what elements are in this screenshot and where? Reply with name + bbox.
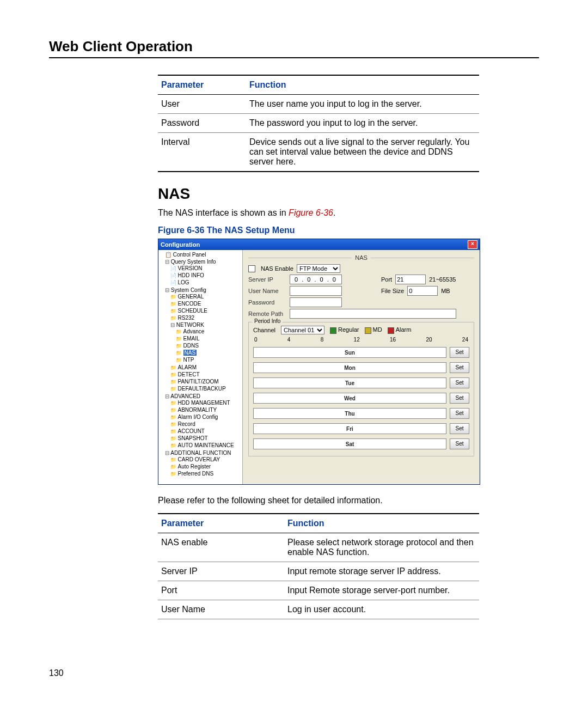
set-button-mon[interactable]: Set <box>450 362 469 373</box>
chapter-title: Web Client Operation <box>49 38 539 58</box>
tree-default-backup[interactable]: DEFAULT/BACKUP <box>170 385 241 392</box>
tree-advance[interactable]: Advance <box>176 328 241 335</box>
timebar-tue[interactable]: Tue <box>253 377 446 388</box>
tree-preferred-dns[interactable]: Preferred DNS <box>170 470 241 477</box>
timebar-sun[interactable]: Sun <box>253 347 446 358</box>
tree-schedule[interactable]: SCHEDULE <box>170 307 241 314</box>
tree-alarm[interactable]: ALARM <box>170 364 241 371</box>
figure-caption: Figure 6-36 The NAS Setup Menu <box>158 226 539 235</box>
form-panel: NAS NAS Enable FTP Mode Server IP Port 2… <box>243 250 480 484</box>
set-button-fri[interactable]: Set <box>450 423 469 434</box>
timebar-sat[interactable]: Sat <box>253 438 446 449</box>
intro-text: The NAS interface is shown as in Figure … <box>158 208 539 218</box>
regular-checkbox[interactable] <box>330 327 336 334</box>
set-button-wed[interactable]: Set <box>450 393 469 404</box>
time-ticks: 04812162024 <box>254 337 468 343</box>
col-function: Function <box>284 514 479 533</box>
table-row: User NameLog in user account. <box>158 600 479 619</box>
day-row-mon: MonSet <box>253 362 469 373</box>
tree-rs232[interactable]: RS232 <box>170 314 241 321</box>
tree-abnormality[interactable]: ABNORMALITY <box>170 406 241 413</box>
mode-select[interactable]: FTP Mode <box>297 264 340 273</box>
tree-system-config[interactable]: System Config GENERAL ENCODE SCHEDULE RS… <box>165 287 241 393</box>
user-name-input[interactable] <box>290 286 342 296</box>
parameter-table-1: Parameter Function User The user name yo… <box>158 75 479 172</box>
set-button-thu[interactable]: Set <box>450 408 469 419</box>
tree-hdd-mgmt[interactable]: HDD MANAGEMENT <box>170 399 241 406</box>
timebar-mon[interactable]: Mon <box>253 362 446 373</box>
remote-path-input[interactable] <box>290 309 456 319</box>
close-icon[interactable]: × <box>468 240 477 249</box>
tree-ddns[interactable]: DDNS <box>176 342 241 349</box>
server-ip-label: Server IP <box>248 276 286 283</box>
day-row-sat: SatSet <box>253 438 469 449</box>
tree-auto-maint[interactable]: AUTO MAINTENANCE <box>170 442 241 449</box>
tree-additional-function[interactable]: ADDTIONAL FUNCTION CARD OVERLAY Auto Reg… <box>165 449 241 478</box>
channel-select[interactable]: Channel 01 <box>281 326 324 334</box>
user-name-label: User Name <box>248 288 286 294</box>
period-legend: Period Info <box>252 318 283 324</box>
tree-network[interactable]: NETWORK Advance EMAIL DDNS NAS NTP <box>170 321 241 364</box>
tree-log[interactable]: LOG <box>170 279 241 286</box>
page-number: 130 <box>49 668 539 678</box>
timebar-fri[interactable]: Fri <box>253 423 446 434</box>
day-row-thu: ThuSet <box>253 408 469 419</box>
tree-record[interactable]: Record <box>170 421 241 428</box>
tree-auto-register[interactable]: Auto Register <box>170 463 241 470</box>
tree-advanced[interactable]: ADVANCED HDD MANAGEMENT ABNORMALITY Alar… <box>165 393 241 449</box>
channel-label: Channel <box>253 327 275 333</box>
day-row-sun: SunSet <box>253 347 469 358</box>
tree-encode[interactable]: ENCODE <box>170 300 241 307</box>
tree-ntp[interactable]: NTP <box>176 356 241 363</box>
set-button-sat[interactable]: Set <box>450 438 469 449</box>
md-checkbox[interactable] <box>365 327 371 334</box>
port-label: Port <box>381 276 392 283</box>
day-row-wed: WedSet <box>253 393 469 404</box>
set-button-tue[interactable]: Set <box>450 377 469 388</box>
tree-card-overlay[interactable]: CARD OVERLAY <box>170 456 241 463</box>
port-hint: 21~65535 <box>429 276 456 283</box>
table-row: Password The password you input to log i… <box>158 114 479 133</box>
password-input[interactable] <box>290 297 342 307</box>
table-row: User The user name you input to log in t… <box>158 95 479 114</box>
parameter-table-2: Parameter Function NAS enablePlease sele… <box>158 513 479 619</box>
tree-snapshot[interactable]: SNAPSHOT <box>170 435 241 442</box>
tree-account[interactable]: ACCOUNT <box>170 428 241 435</box>
table-row: Interval Device sends out a live signal … <box>158 133 479 172</box>
timebar-thu[interactable]: Thu <box>253 408 446 419</box>
col-parameter: Parameter <box>158 514 284 533</box>
filesize-input[interactable] <box>407 286 438 296</box>
configuration-window: Configuration × Control Panel Query Syst… <box>158 239 480 485</box>
tree-general[interactable]: GENERAL <box>170 293 241 300</box>
alarm-checkbox[interactable] <box>388 327 394 334</box>
tree-control-panel[interactable]: Control Panel <box>165 251 241 258</box>
filesize-label: File Size <box>381 288 404 294</box>
set-button-sun[interactable]: Set <box>450 347 469 358</box>
nas-enable-checkbox[interactable] <box>248 265 255 272</box>
tree-hdd-info[interactable]: HDD INFO <box>170 272 241 279</box>
tree-query-system-info[interactable]: Query System Info VERSION HDD INFO LOG <box>165 258 241 287</box>
tree-email[interactable]: EMAIL <box>176 335 241 342</box>
day-row-tue: TueSet <box>253 377 469 388</box>
after-figure-text: Please refer to the following sheet for … <box>158 496 539 505</box>
col-parameter: Parameter <box>158 75 246 95</box>
tree-nas[interactable]: NAS <box>176 349 241 356</box>
tree-panel[interactable]: Control Panel Query System Info VERSION … <box>158 250 243 484</box>
tree-alarm-io[interactable]: Alarm I/O Config <box>170 413 241 421</box>
nas-enable-label: NAS Enable <box>261 265 293 272</box>
col-function: Function <box>246 75 479 95</box>
password-label: Password <box>248 299 286 306</box>
tree-version[interactable]: VERSION <box>170 265 241 272</box>
tree-ptz[interactable]: PAN/TILT/ZOOM <box>170 378 241 385</box>
server-ip-input[interactable] <box>290 275 342 284</box>
panel-header: NAS <box>355 254 367 261</box>
timebar-wed[interactable]: Wed <box>253 393 446 404</box>
titlebar: Configuration × <box>158 239 480 250</box>
tree-detect[interactable]: DETECT <box>170 371 241 378</box>
section-heading-nas: NAS <box>158 185 539 203</box>
period-info-group: Period Info Channel Channel 01 Regular M… <box>248 322 474 456</box>
port-input[interactable] <box>395 275 426 284</box>
table-row: Server IPInput remote storage server IP … <box>158 562 479 581</box>
table-row: NAS enablePlease select network storage … <box>158 533 479 562</box>
day-row-fri: FriSet <box>253 423 469 434</box>
